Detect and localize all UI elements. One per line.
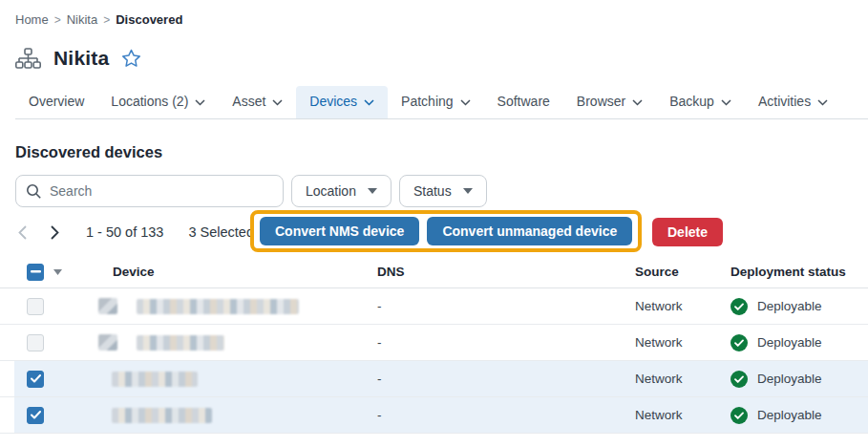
table-row[interactable]: - Network Deployable [0, 397, 868, 434]
filter-bar: Location Status [15, 175, 868, 207]
check-circle-icon [730, 371, 748, 388]
device-type-icon [98, 334, 117, 351]
deployment-status-value: Deployable [757, 335, 822, 350]
device-name-redacted [137, 335, 224, 351]
status-filter-dropdown[interactable]: Status [399, 175, 487, 207]
chevron-down-icon [721, 99, 731, 106]
table-row[interactable]: - Network Deployable [0, 288, 868, 325]
dns-value: - [377, 299, 635, 313]
row-checkbox[interactable] [27, 334, 44, 351]
chevron-down-icon [460, 99, 471, 106]
check-icon [31, 374, 41, 383]
column-header-source[interactable]: Source [635, 265, 730, 279]
minus-icon [31, 270, 41, 273]
discovered-devices-table: Device DNS Source Deployment status - Ne… [0, 256, 868, 434]
selected-count: 3 Selected [188, 224, 254, 240]
tab-bar: Overview Locations (2) Asset Devices Pat… [15, 86, 868, 119]
chevron-down-icon [364, 99, 374, 106]
tab-devices[interactable]: Devices [296, 86, 388, 118]
device-name-redacted [112, 372, 198, 387]
section-title: Discovered devices [15, 143, 868, 161]
chevron-down-icon [272, 99, 283, 106]
table-row[interactable]: - Network Deployable [0, 325, 868, 361]
action-bar: 1 - 50 of 133 3 Selected Convert NMS dev… [0, 210, 868, 254]
caret-down-icon[interactable] [53, 269, 62, 275]
tab-backup[interactable]: Backup [656, 86, 745, 118]
tab-software[interactable]: Software [484, 86, 563, 118]
breadcrumb-separator: > [103, 13, 110, 27]
deployment-status-value: Deployable [757, 408, 822, 422]
chevron-down-icon [632, 99, 643, 106]
device-name-redacted [137, 299, 299, 314]
tab-overview[interactable]: Overview [15, 86, 97, 118]
page-title: Nikita [53, 47, 109, 70]
check-circle-icon [730, 334, 748, 351]
pagination-range: 1 - 50 of 133 [86, 224, 163, 240]
tab-asset[interactable]: Asset [219, 86, 296, 118]
device-type-icon [98, 298, 117, 314]
row-checkbox[interactable] [27, 407, 44, 424]
breadcrumb-nikita[interactable]: Nikita [67, 12, 98, 27]
convert-nms-device-button[interactable]: Convert NMS device [260, 217, 419, 245]
source-value: Network [635, 408, 730, 422]
source-value: Network [635, 372, 730, 386]
tab-locations[interactable]: Locations (2) [97, 86, 219, 118]
tab-browser[interactable]: Browser [563, 86, 656, 118]
dns-value: - [377, 372, 635, 386]
highlight-annotation: Convert NMS device Convert unmanaged dev… [250, 210, 642, 252]
caret-down-icon [463, 188, 473, 194]
location-filter-dropdown[interactable]: Location [291, 175, 392, 207]
breadcrumb-current: Discovered [116, 12, 182, 27]
star-icon[interactable] [121, 49, 141, 68]
device-name-redacted [112, 408, 212, 423]
row-checkbox[interactable] [27, 371, 44, 388]
tab-patching[interactable]: Patching [388, 86, 483, 118]
table-header-row: Device DNS Source Deployment status [0, 256, 868, 288]
select-all-checkbox[interactable] [27, 264, 44, 281]
breadcrumb-home[interactable]: Home [15, 12, 49, 27]
deployment-status-value: Deployable [757, 299, 822, 313]
check-circle-icon [730, 407, 748, 424]
breadcrumb: Home > Nikita > Discovered [15, 12, 868, 27]
dns-value: - [377, 335, 635, 350]
column-header-device[interactable]: Device [113, 265, 377, 279]
page-header: Nikita [15, 47, 868, 70]
check-icon [31, 411, 41, 419]
chevron-right-icon[interactable] [40, 218, 69, 246]
dns-value: - [377, 408, 635, 422]
source-value: Network [635, 335, 730, 350]
org-chart-icon [15, 48, 41, 70]
breadcrumb-separator: > [54, 13, 61, 27]
source-value: Network [635, 299, 730, 313]
chevron-down-icon [195, 99, 205, 106]
search-box[interactable] [15, 175, 284, 207]
row-checkbox[interactable] [27, 298, 44, 315]
table-row[interactable]: - Network Deployable [0, 361, 868, 397]
search-icon [26, 183, 42, 200]
caret-down-icon [368, 188, 377, 194]
search-input[interactable] [50, 183, 273, 199]
tab-activities[interactable]: Activities [745, 86, 841, 118]
chevron-down-icon [817, 99, 828, 106]
deployment-status-value: Deployable [757, 372, 822, 386]
convert-unmanaged-device-button[interactable]: Convert unmanaged device [427, 217, 632, 245]
chevron-left-icon[interactable] [8, 218, 36, 246]
column-header-deployment-status[interactable]: Deployment status [730, 265, 868, 279]
delete-button[interactable]: Delete [652, 218, 723, 246]
check-circle-icon [730, 298, 748, 315]
column-header-dns[interactable]: DNS [377, 265, 635, 279]
